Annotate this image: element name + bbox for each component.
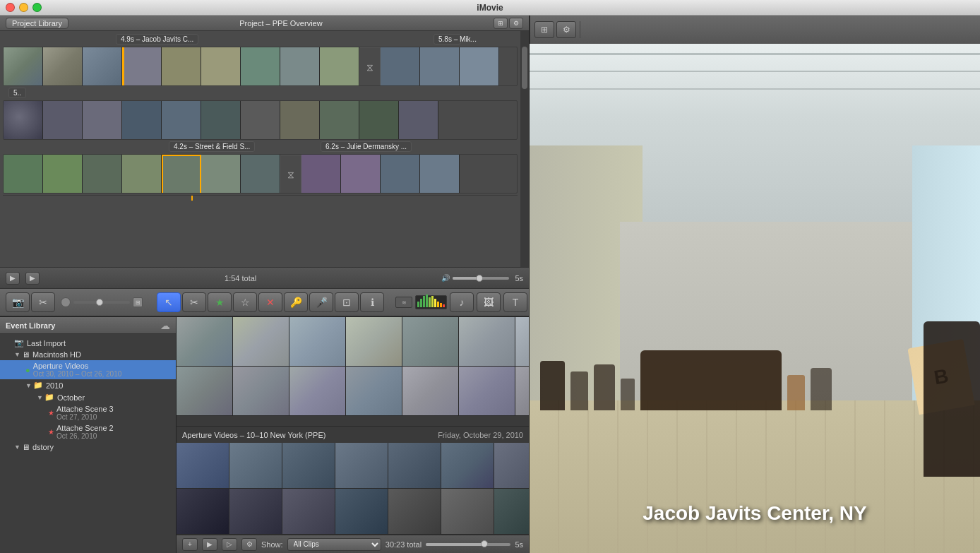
tree-item-october[interactable]: ▼ 📁 October xyxy=(0,391,176,403)
clip-thumb[interactable] xyxy=(289,317,346,367)
film-cell[interactable] xyxy=(381,155,420,194)
camera-tool[interactable]: 📷 xyxy=(6,292,30,312)
voiceover-tool[interactable]: 🎤 xyxy=(309,292,333,312)
film-cell[interactable] xyxy=(43,47,83,86)
film-cell[interactable] xyxy=(460,47,499,86)
clip-thumb[interactable] xyxy=(335,443,388,489)
film-cell[interactable] xyxy=(43,101,83,140)
clip-thumb[interactable] xyxy=(289,367,346,416)
film-cell[interactable] xyxy=(4,155,43,194)
film-cell[interactable] xyxy=(420,47,460,86)
tree-item-attache-scene-2[interactable]: ★ Attache Scene 2 Oct 26, 2010 xyxy=(0,422,176,441)
film-cell[interactable] xyxy=(241,155,280,194)
film-cell[interactable] xyxy=(359,101,399,140)
play-fullscreen-button[interactable]: ▶ xyxy=(25,272,40,285)
filmstrip-row3[interactable]: ⧖ xyxy=(3,154,518,194)
event-clip-row-1[interactable] xyxy=(177,317,529,367)
film-cell[interactable] xyxy=(4,47,43,86)
clip-thumb[interactable] xyxy=(233,317,289,367)
film-cell[interactable] xyxy=(83,101,122,140)
film-cell[interactable] xyxy=(83,155,122,194)
select-tool[interactable]: ↖ xyxy=(157,292,181,312)
clip-browser[interactable] xyxy=(177,317,529,426)
tree-item-last-import[interactable]: 📷 Last Import xyxy=(0,337,176,349)
play-button[interactable]: ▶ xyxy=(6,272,20,285)
film-cell[interactable] xyxy=(280,101,320,140)
edit-tool[interactable]: ✂ xyxy=(31,292,55,312)
clip-thumb[interactable] xyxy=(177,443,229,489)
title-tool[interactable]: T xyxy=(503,292,527,312)
favorite-tool[interactable]: ★ xyxy=(208,292,232,312)
photo-tool[interactable]: 🖼 xyxy=(477,292,501,312)
transition-icon[interactable]: ⧖ xyxy=(280,155,301,194)
tree-item-dstory[interactable]: ▼ 🖥 dstory xyxy=(0,441,176,453)
event-clip-row-2[interactable] xyxy=(177,367,529,416)
filmstrip-row2[interactable] xyxy=(3,100,518,140)
zoom-slider[interactable] xyxy=(453,277,509,280)
unfavorite-tool[interactable]: ☆ xyxy=(233,292,257,312)
film-cell[interactable] xyxy=(241,47,280,86)
clip-thumb[interactable] xyxy=(177,317,233,367)
clip-thumb[interactable] xyxy=(459,367,515,416)
transition-icon[interactable]: ⧖ xyxy=(359,47,381,86)
clip-thumb[interactable] xyxy=(388,443,441,489)
info-tool[interactable]: ℹ xyxy=(360,292,384,312)
clip-thumb[interactable] xyxy=(282,443,335,489)
trim-tool[interactable]: ✂ xyxy=(182,292,206,312)
film-cell[interactable] xyxy=(4,101,43,140)
play-button-bc[interactable]: ▶ xyxy=(202,538,217,551)
clip-thumb[interactable] xyxy=(177,367,233,416)
film-cell[interactable] xyxy=(83,47,122,86)
clip-thumb[interactable] xyxy=(233,367,289,416)
film-cell[interactable] xyxy=(280,47,320,86)
clip-thumb[interactable] xyxy=(441,489,494,535)
film-cell[interactable] xyxy=(162,155,201,194)
icloud-button[interactable]: ☁ xyxy=(160,320,170,331)
project-library-button[interactable]: Project Library xyxy=(6,18,68,29)
film-cell[interactable] xyxy=(43,155,83,194)
clip-thumb[interactable] xyxy=(346,367,402,416)
tree-item-aperture-videos[interactable]: ● Aperture Videos Oct 30, 2010 – Oct 26,… xyxy=(0,360,176,379)
film-cell[interactable] xyxy=(201,47,241,86)
clip-thumb[interactable] xyxy=(177,489,229,535)
fit-button[interactable]: ⊞ xyxy=(534,21,554,38)
clip-thumb[interactable] xyxy=(229,443,282,489)
clip-thumb[interactable] xyxy=(229,489,282,535)
clip-thumb[interactable] xyxy=(441,443,494,489)
clip-thumb[interactable] xyxy=(494,489,529,535)
film-cell[interactable] xyxy=(381,47,420,86)
settings-btn[interactable]: ⚙ xyxy=(556,21,576,38)
clip-thumb[interactable] xyxy=(335,489,388,535)
filmstrip-row1[interactable]: ⧖ xyxy=(3,47,518,86)
tree-item-macintosh-hd[interactable]: ▼ 🖥 Macintosh HD xyxy=(0,349,176,360)
play-loop-button[interactable]: ▷ xyxy=(222,538,237,551)
close-button[interactable] xyxy=(6,3,15,12)
film-cell[interactable] xyxy=(341,155,381,194)
tree-item-attache-scene-3[interactable]: ★ Attache Scene 3 Oct 27, 2010 xyxy=(0,403,176,422)
clip-thumb[interactable] xyxy=(402,367,459,416)
clip-thumb[interactable] xyxy=(388,489,441,535)
timeline-scrollbar[interactable] xyxy=(520,31,529,267)
film-cell[interactable] xyxy=(201,155,241,194)
view-toggle-button[interactable]: ⊞ xyxy=(494,18,508,29)
clip-thumb[interactable] xyxy=(515,317,529,367)
event-clip-row-4[interactable] xyxy=(177,489,529,535)
clip-thumb[interactable] xyxy=(402,317,459,367)
film-cell[interactable] xyxy=(301,155,341,194)
clip-thumb[interactable] xyxy=(346,317,402,367)
film-cell[interactable] xyxy=(122,155,162,194)
settings-button[interactable]: ⚙ xyxy=(241,538,257,551)
clip-length-slider[interactable] xyxy=(426,543,510,546)
event-tree[interactable]: 📷 Last Import ▼ 🖥 Macintosh HD ● Apertur… xyxy=(0,334,176,553)
clip-thumb[interactable] xyxy=(459,317,515,367)
maximize-button[interactable] xyxy=(32,3,42,12)
action-button[interactable]: ⚙ xyxy=(509,18,523,29)
scrollbar-thumb[interactable] xyxy=(522,47,527,89)
minimize-button[interactable] xyxy=(19,3,28,12)
clip-thumb[interactable] xyxy=(515,367,529,416)
film-cell[interactable] xyxy=(122,101,162,140)
clip-thumb[interactable] xyxy=(494,443,529,489)
film-cell[interactable] xyxy=(122,47,162,86)
tree-item-2010[interactable]: ▼ 📁 2010 xyxy=(0,379,176,391)
film-cell[interactable] xyxy=(162,101,201,140)
